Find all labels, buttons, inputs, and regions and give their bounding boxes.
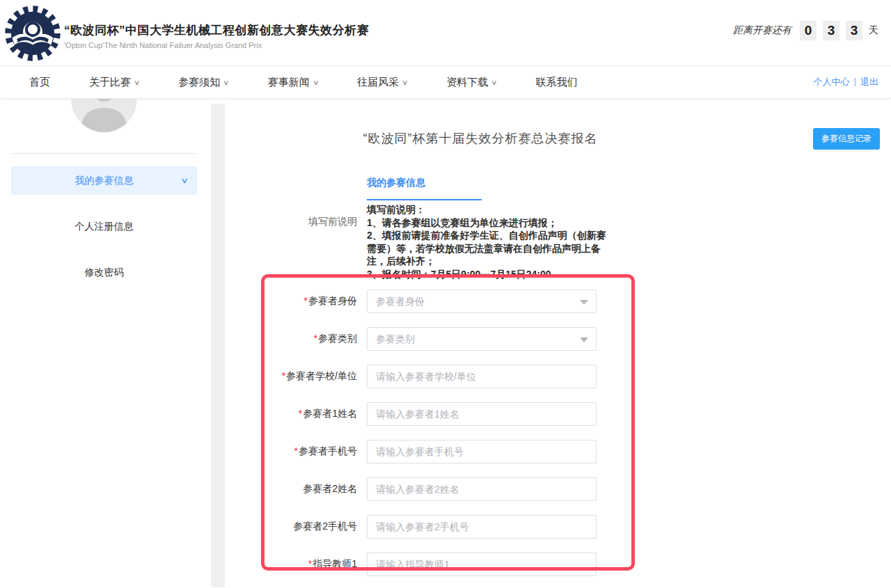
sidebar-menu: 我的参赛信息 ∨ 个人注册信息 ∨ 修改密码 ∨ <box>11 166 197 287</box>
field-control <box>367 402 597 426</box>
countdown-digits: 033 <box>800 21 862 40</box>
chevron-down-icon: ∨ <box>223 79 230 86</box>
field-input[interactable] <box>367 327 597 351</box>
field-label: *参赛者2手机号 <box>265 521 357 533</box>
registration-record-button[interactable]: 参赛信息记录 <box>813 128 880 150</box>
form-field-row: *参赛者2手机号 <box>265 515 640 539</box>
required-asterisk-icon: * <box>304 295 308 306</box>
sidebar-item-label: 个人注册信息 <box>75 221 134 233</box>
user-links: 个人中心 | 退出 <box>814 76 878 88</box>
field-label: *指导教师1 <box>265 558 357 571</box>
nav-item[interactable]: 关于比赛 ∨ <box>89 76 139 89</box>
field-input[interactable] <box>367 440 597 463</box>
tab-my-entry-info[interactable]: 我的参赛信息 <box>367 177 482 200</box>
countdown-label: 距离开赛还有 <box>733 24 791 37</box>
field-input[interactable] <box>367 402 597 426</box>
field-label: *参赛者手机号 <box>265 445 357 458</box>
nav-item-label: 参赛须知 <box>178 76 220 89</box>
field-label: *参赛者身份 <box>265 295 357 308</box>
form-field-row: *参赛者2姓名 <box>265 477 640 501</box>
instruction-line: 1、请各参赛组以竞赛组为单位来进行填报； <box>367 216 609 230</box>
brand-block: “欧波同杯”中国大学生机械工程创新创意大赛失效分析赛 'Opton Cup'Th… <box>64 22 369 49</box>
instructions-body: 填写前说明：1、请各参赛组以竞赛组为单位来进行填报；2、填报前请提前准备好学生证… <box>367 203 609 281</box>
field-control <box>367 553 597 576</box>
entry-form: *参赛者身份 *参赛类别 <box>265 289 640 588</box>
nav-item[interactable]: 赛事新闻 ∨ <box>268 76 318 89</box>
form-field-row: *参赛者1姓名 <box>265 402 640 426</box>
nav-items: 首页 ∨ 关于比赛 ∨ 参赛须知 ∨ 赛事新闻 ∨ 往届风采 ∨ <box>29 76 578 89</box>
instruction-line: 2、填报前请提前准备好学生证、自创作品声明（创新赛需要）等，若学校放假无法盖章请… <box>367 229 609 268</box>
field-label: *参赛者1姓名 <box>265 408 357 420</box>
sidebar-item-label: 我的参赛信息 <box>75 175 134 187</box>
countdown-unit: 天 <box>869 24 878 37</box>
field-label: *参赛类别 <box>265 333 357 345</box>
nav-item[interactable]: 联系我们 ∨ <box>536 76 578 89</box>
form-field-row: *参赛者手机号 <box>265 440 640 463</box>
nav-item-label: 资料下载 <box>446 76 488 89</box>
sidebar-item[interactable]: 修改密码 ∨ <box>11 258 197 287</box>
field-input[interactable] <box>367 289 597 313</box>
avatar <box>71 99 137 132</box>
chevron-down-icon: ∨ <box>180 176 188 185</box>
required-asterisk-icon: * <box>299 408 302 419</box>
required-asterisk-icon: * <box>282 370 285 381</box>
tab-active-underline <box>367 199 482 200</box>
instructions-label: 填写前说明 <box>265 216 357 228</box>
dropdown-arrow-icon <box>580 337 588 342</box>
logout-link[interactable]: 退出 <box>860 76 878 88</box>
scrollbar-track[interactable] <box>211 104 225 587</box>
nav-item[interactable]: 资料下载 ∨ <box>446 76 496 89</box>
field-input[interactable] <box>367 365 597 388</box>
personal-center-link[interactable]: 个人中心 <box>814 76 850 88</box>
nav-item-label: 联系我们 <box>536 76 578 89</box>
field-label: *参赛者学校/单位 <box>265 370 357 383</box>
countdown: 距离开赛还有 033 天 <box>733 21 878 40</box>
field-control <box>367 477 597 501</box>
content-area: 我的参赛信息 ∨ 个人注册信息 ∨ 修改密码 ∨ “欧波同”杯第十届失效分析赛总… <box>0 99 891 587</box>
chevron-down-icon: ∨ <box>402 79 409 86</box>
form-field-row: *参赛者身份 <box>265 289 640 313</box>
field-control <box>367 327 597 351</box>
main-nav: 首页 ∨ 关于比赛 ∨ 参赛须知 ∨ 赛事新闻 ∨ 往届风采 ∨ <box>0 66 891 99</box>
nav-item-label: 首页 <box>29 76 50 89</box>
chevron-down-icon: ∨ <box>134 79 141 86</box>
avatar-section <box>11 99 197 154</box>
gear-book-logo-icon <box>4 5 61 62</box>
sidebar-item-label: 修改密码 <box>85 267 124 279</box>
tab-label: 我的参赛信息 <box>367 177 482 189</box>
dropdown-arrow-icon <box>580 300 588 305</box>
pre-fill-instructions: 填写前说明 填写前说明：1、请各参赛组以竞赛组为单位来进行填报；2、填报前请提前… <box>265 203 613 281</box>
required-asterisk-icon: * <box>308 558 312 569</box>
form-field-row: *参赛类别 <box>265 327 640 351</box>
field-label: *参赛者2姓名 <box>265 483 357 495</box>
site-header: “欧波同杯”中国大学生机械工程创新创意大赛失效分析赛 'Opton Cup'Th… <box>0 0 891 66</box>
field-input[interactable] <box>367 477 597 501</box>
field-control <box>367 515 597 539</box>
sidebar-item[interactable]: 我的参赛信息 ∨ <box>11 166 197 195</box>
nav-item[interactable]: 参赛须知 ∨ <box>178 76 228 89</box>
nav-item-label: 往届风采 <box>357 76 399 89</box>
nav-item-label: 赛事新闻 <box>268 76 310 89</box>
instruction-line: 填写前说明： <box>367 203 609 216</box>
field-input[interactable] <box>367 515 597 539</box>
avatar-wrap <box>11 99 197 132</box>
field-control <box>367 365 597 388</box>
sidebar-item[interactable]: 个人注册信息 ∨ <box>11 212 197 241</box>
chevron-down-icon: ∨ <box>313 79 320 86</box>
field-control <box>367 440 597 463</box>
countdown-digit: 3 <box>846 21 862 40</box>
chevron-down-icon: ∨ <box>491 79 498 86</box>
nav-item[interactable]: 往届风采 ∨ <box>357 76 407 89</box>
page-title: “欧波同”杯第十届失效分析赛总决赛报名 <box>265 130 696 147</box>
field-input[interactable] <box>367 553 597 576</box>
countdown-digit: 3 <box>823 21 839 40</box>
nav-item[interactable]: 首页 ∨ <box>29 76 50 89</box>
instruction-line: 3、报名时间：7月5日9:00—7月15日24:00 <box>367 268 609 281</box>
sidebar: 我的参赛信息 ∨ 个人注册信息 ∨ 修改密码 ∨ <box>11 99 197 304</box>
site-subtitle: 'Opton Cup'The Ninth National Failuer An… <box>64 41 369 49</box>
nav-item-label: 关于比赛 <box>89 76 131 89</box>
form-field-row: *参赛者学校/单位 <box>265 365 640 388</box>
countdown-digit: 0 <box>800 21 817 40</box>
required-asterisk-icon: * <box>314 333 317 344</box>
field-control <box>367 289 597 313</box>
